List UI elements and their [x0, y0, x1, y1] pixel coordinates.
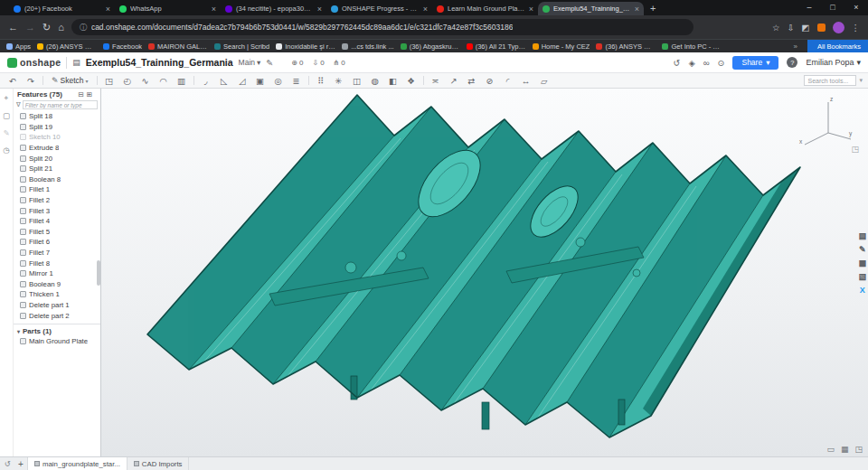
- bookmark-item[interactable]: Get Into PC - Downl...: [662, 42, 722, 51]
- appearance-panel-icon[interactable]: ▤: [858, 231, 866, 240]
- forks-counter[interactable]: ⋔ 0: [334, 59, 345, 67]
- bookmark-item[interactable]: MAIRON GALATI SA: [148, 42, 208, 51]
- notifications-icon[interactable]: ⊙: [718, 58, 725, 68]
- bookmark-item[interactable]: Inoxidabile şi rezist...: [276, 42, 335, 51]
- extension-shortcut-icon[interactable]: [817, 24, 826, 32]
- feature-item[interactable]: Split 20: [14, 153, 100, 164]
- feature-item[interactable]: Split 19: [14, 122, 100, 133]
- likes-counter[interactable]: ⊕ 0: [291, 59, 303, 67]
- x-app-icon[interactable]: X: [860, 286, 865, 295]
- onshape-logo[interactable]: onshape: [7, 57, 61, 68]
- boolean-tool-icon[interactable]: ◍: [366, 76, 384, 86]
- browser-tab[interactable]: WhatsApp ×: [115, 2, 221, 15]
- measure-tool-icon[interactable]: ↔: [517, 76, 535, 86]
- bookmark-item[interactable]: Apps: [6, 42, 31, 51]
- feature-item[interactable]: Extrude 8: [14, 143, 100, 154]
- linear-pattern-tool-icon[interactable]: ⠿: [312, 76, 330, 86]
- collapse-all-icon[interactable]: ⊟: [78, 90, 83, 99]
- view-grid-icon[interactable]: ▭: [826, 445, 835, 454]
- chamfer-tool-icon[interactable]: ◺: [215, 76, 233, 86]
- features-filter-input[interactable]: [23, 100, 98, 109]
- part-main-ground-plate[interactable]: [101, 89, 868, 456]
- feature-item[interactable]: Split 18: [14, 111, 100, 122]
- url-input[interactable]: ⓘ cad.onshape.com/documents/d7adea2c7b79…: [71, 19, 693, 35]
- extensions-icon[interactable]: ◩: [802, 23, 810, 33]
- feature-item[interactable]: Fillet 7: [14, 248, 100, 258]
- feature-item[interactable]: Fillet 5: [14, 227, 100, 238]
- tab-close-icon[interactable]: ×: [423, 5, 428, 14]
- new-tab-button[interactable]: +: [650, 3, 656, 14]
- all-bookmarks-button[interactable]: All Bookmarks: [807, 40, 868, 53]
- bookmarks-overflow-icon[interactable]: »: [790, 42, 801, 51]
- add-element-tab-button[interactable]: +: [14, 459, 27, 469]
- history-icon[interactable]: ↺: [673, 58, 680, 68]
- workspace-branch[interactable]: Main ▾: [239, 58, 261, 67]
- feature-item[interactable]: Fillet 8: [14, 258, 100, 268]
- features-scrollbar[interactable]: [97, 260, 100, 286]
- help-icon[interactable]: ?: [787, 57, 797, 68]
- browser-tab[interactable]: (34 necitite) - epopa3000@yah... ×: [221, 2, 326, 15]
- select-icon[interactable]: ⌖: [5, 93, 9, 103]
- redo-icon[interactable]: ↷: [22, 76, 40, 86]
- rename-pencil-icon[interactable]: ✎: [266, 58, 273, 68]
- feature-item[interactable]: Delete part 1: [14, 300, 100, 311]
- feature-item-suppressed[interactable]: Sketch 10: [14, 132, 100, 143]
- feature-item[interactable]: Fillet 2: [14, 195, 100, 206]
- feature-item[interactable]: Fillet 4: [14, 216, 100, 227]
- delete-face-tool-icon[interactable]: ⊘: [481, 76, 499, 86]
- forward-icon[interactable]: →: [25, 22, 35, 33]
- bookmark-item[interactable]: Search | Scribd: [214, 42, 269, 51]
- feature-item[interactable]: Fillet 6: [14, 237, 100, 248]
- browser-menu-icon[interactable]: ⋮: [852, 23, 861, 33]
- tab-part-studio[interactable]: main_groundplate_star...: [27, 457, 127, 470]
- feature-item[interactable]: Thicken 1: [14, 289, 100, 300]
- site-info-icon[interactable]: ⓘ: [80, 23, 87, 33]
- move-face-tool-icon[interactable]: ↗: [445, 76, 463, 86]
- user-menu[interactable]: Emilian Popa ▾: [806, 58, 861, 67]
- history-panel-icon[interactable]: ◷: [3, 146, 9, 155]
- bookmark-item[interactable]: Home - My CEZ: [533, 42, 590, 51]
- browser-tab[interactable]: (20+) Facebook ×: [9, 2, 115, 15]
- modify-fillet-tool-icon[interactable]: ◜: [499, 76, 517, 86]
- home-icon[interactable]: ⌂: [58, 22, 64, 33]
- feature-item[interactable]: Split 21: [14, 164, 100, 174]
- feature-item[interactable]: Fillet 1: [14, 184, 100, 195]
- bookmark-item[interactable]: (36) ANSYS Workbe...: [596, 42, 656, 51]
- profile-avatar[interactable]: [833, 22, 844, 33]
- browser-tab-active[interactable]: Exemplu54_Trainning_Germani... ×: [538, 2, 644, 15]
- feature-item[interactable]: Fillet 3: [14, 205, 100, 216]
- sketch-button[interactable]: ✎ Sketch ▾: [46, 76, 94, 85]
- bookmark-item[interactable]: (36) Abgaskruemme...: [401, 42, 460, 51]
- fillet-tool-icon[interactable]: ◞: [197, 76, 215, 86]
- tab-close-icon[interactable]: ×: [212, 5, 216, 14]
- annotations-icon[interactable]: ✎: [3, 128, 9, 137]
- tab-close-icon[interactable]: ×: [317, 5, 322, 14]
- search-tools-input[interactable]: [804, 75, 856, 86]
- share-link-icon[interactable]: ∞: [703, 58, 710, 68]
- bookmark-star-icon[interactable]: ☆: [772, 23, 780, 33]
- offset-surface-tool-icon[interactable]: ≍: [427, 76, 445, 86]
- chevron-down-icon[interactable]: ▾: [859, 77, 863, 84]
- document-title[interactable]: Exemplu54_Trainning_Germania: [86, 57, 233, 68]
- graphics-area[interactable]: z x y ◳ ▤ ✎ ▦ ▧ X ▭ ▦ ◳: [101, 89, 868, 456]
- bookmark-item[interactable]: (26) ANSYS Workbe...: [37, 42, 97, 51]
- parts-header[interactable]: ▾ Parts (1): [14, 326, 100, 336]
- markup-panel-icon[interactable]: ✎: [859, 245, 866, 254]
- rib-tool-icon[interactable]: ≣: [288, 76, 306, 86]
- maximize-button[interactable]: □: [821, 0, 844, 15]
- exports-counter[interactable]: ⇩ 0: [312, 59, 324, 67]
- hole-tool-icon[interactable]: ◎: [269, 76, 288, 86]
- feature-item[interactable]: Boolean 9: [14, 279, 100, 290]
- back-icon[interactable]: ←: [8, 22, 18, 33]
- thicken-tool-icon[interactable]: ▥: [173, 76, 191, 86]
- split-tool-icon[interactable]: ◧: [384, 76, 402, 86]
- undo-icon[interactable]: ↶: [4, 76, 22, 86]
- sync-status-icon[interactable]: ↺: [0, 460, 14, 468]
- sweep-tool-icon[interactable]: ∿: [137, 76, 155, 86]
- replace-face-tool-icon[interactable]: ⇄: [463, 76, 481, 86]
- tab-close-icon[interactable]: ×: [635, 5, 639, 14]
- tab-close-icon[interactable]: ×: [106, 5, 110, 14]
- view-cube-menu-icon[interactable]: ◳: [851, 145, 859, 154]
- sheet-metal-tool-icon[interactable]: ▱: [535, 76, 553, 86]
- share-button[interactable]: Share ▾: [732, 56, 778, 70]
